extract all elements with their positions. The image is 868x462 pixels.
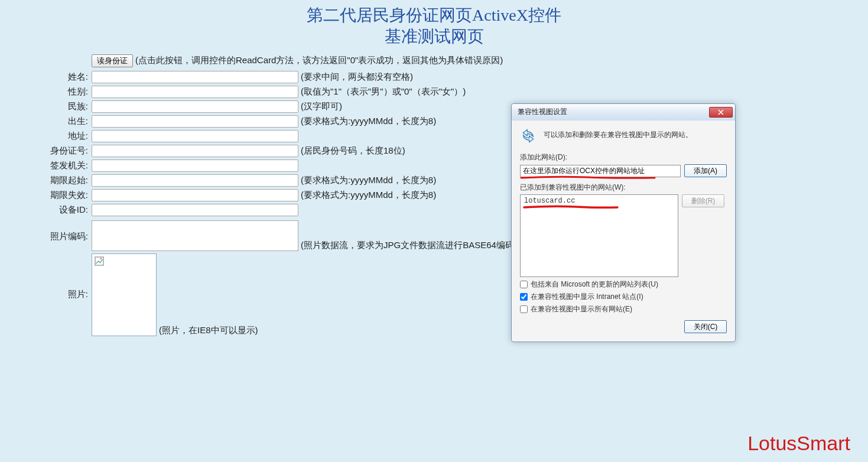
birth-input[interactable]: [92, 115, 298, 128]
annotation-underline-2: [523, 204, 675, 209]
start-input[interactable]: [92, 174, 298, 187]
svg-rect-0: [95, 257, 103, 265]
checkbox-all-sites[interactable]: [520, 305, 528, 313]
checkbox-ms-updates[interactable]: [520, 281, 528, 288]
birth-hint: (要求格式为:yyyyMMdd，长度为8): [301, 116, 436, 127]
name-label: 姓名:: [41, 71, 92, 83]
idno-input[interactable]: [92, 145, 298, 157]
nation-input[interactable]: [92, 100, 298, 113]
idno-label: 身份证号:: [41, 145, 92, 157]
checkbox-intranet[interactable]: [520, 293, 528, 301]
photo-hint: (照片，在IE8中可以显示): [159, 325, 258, 336]
nation-hint: (汉字即可): [301, 101, 342, 112]
id-card-form: 读身份证 (点击此按钮，调用控件的ReadCard方法，该方法返回"0"表示成功…: [41, 54, 868, 336]
device-input[interactable]: [92, 204, 298, 216]
dialog-description: 可以添加和删除要在兼容性视图中显示的网站。: [544, 128, 693, 140]
nation-label: 民族:: [41, 101, 92, 112]
read-card-hint: (点击此按钮，调用控件的ReadCard方法，该方法返回"0"表示成功，返回其他…: [135, 55, 503, 66]
compat-view-icon: [520, 128, 537, 144]
photo-encode-hint: (照片数据流，要求为JPG文件数据流进行BASE64编码: [301, 240, 514, 251]
gender-label: 性别:: [41, 86, 92, 97]
address-input[interactable]: [92, 130, 298, 142]
name-input[interactable]: [92, 71, 298, 83]
issuer-input[interactable]: [92, 160, 298, 172]
gender-input[interactable]: [92, 86, 298, 98]
device-label: 设备ID:: [41, 204, 92, 216]
read-card-button[interactable]: 读身份证: [92, 54, 133, 67]
address-label: 地址:: [41, 131, 92, 142]
gender-hint: (取值为"1"（表示"男"）或"0"（表示"女"）): [301, 86, 466, 97]
start-hint: (要求格式为:yyyyMMdd，长度为8): [301, 175, 436, 186]
end-input[interactable]: [92, 189, 298, 201]
end-hint: (要求格式为:yyyyMMdd，长度为8): [301, 190, 436, 201]
page-title-line2: 基准测试网页: [0, 26, 868, 47]
end-label: 期限失效:: [41, 190, 92, 201]
photo-label: 照片:: [41, 253, 92, 300]
idno-hint: (居民身份号码，长度18位): [301, 145, 405, 157]
checkbox-all-sites-label: 在兼容性视图中显示所有网站(E): [531, 304, 632, 314]
broken-image-icon: [95, 256, 104, 266]
dialog-title: 兼容性视图设置: [518, 107, 567, 117]
svg-point-1: [100, 258, 102, 259]
dialog-titlebar[interactable]: 兼容性视图设置: [512, 104, 735, 121]
photo-encode-label: 照片编码:: [41, 220, 92, 242]
site-listbox[interactable]: lotuscard.cc: [520, 194, 678, 277]
page-header: 第二代居民身份证网页ActiveX控件 基准测试网页: [0, 0, 868, 48]
close-button[interactable]: 关闭(C): [684, 320, 727, 333]
photo-preview: [92, 253, 157, 336]
add-button[interactable]: 添加(A): [684, 164, 727, 177]
delete-button[interactable]: 删除(R): [682, 194, 724, 207]
add-site-label: 添加此网站(D):: [520, 152, 727, 162]
photo-encode-textarea[interactable]: [92, 220, 298, 251]
checkbox-intranet-label: 在兼容性视图中显示 Intranet 站点(I): [531, 292, 643, 302]
brand-watermark: LotusSmart: [747, 432, 850, 455]
compat-view-dialog: 兼容性视图设置 可以添加和删除要在兼容性视图中显示的网站。 添加此网站(D): …: [511, 103, 736, 342]
start-label: 期限起始:: [41, 175, 92, 186]
name-hint: (要求中间，两头都没有空格): [301, 71, 413, 83]
close-icon[interactable]: [709, 107, 733, 118]
add-site-input[interactable]: [520, 165, 681, 177]
issuer-label: 签发机关:: [41, 160, 92, 171]
checkbox-ms-updates-label: 包括来自 Microsoft 的更新的网站列表(U): [531, 279, 658, 289]
site-list-label: 已添加到兼容性视图中的网站(W):: [520, 183, 727, 193]
birth-label: 出生:: [41, 116, 92, 127]
page-title-line1: 第二代居民身份证网页ActiveX控件: [0, 5, 868, 26]
